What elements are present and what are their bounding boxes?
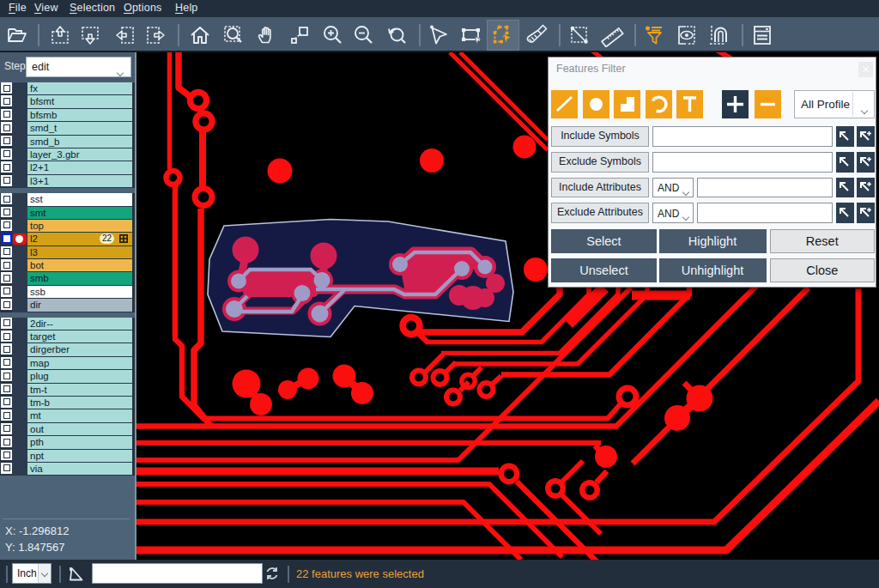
layer-checkbox[interactable] <box>1 207 12 219</box>
filter-lines-button[interactable] <box>551 90 578 118</box>
exclude-symbols-pick-add-button[interactable] <box>857 152 876 173</box>
include-symbols-pick-add-button[interactable] <box>857 126 876 147</box>
transform-button[interactable] <box>288 23 312 47</box>
include-symbols-pick-button[interactable] <box>836 126 855 147</box>
layer-row-smb[interactable]: smb <box>0 272 135 285</box>
features-filter-button[interactable] <box>643 23 667 47</box>
layer-row-pth[interactable]: pth <box>0 436 135 449</box>
layer-checkbox[interactable] <box>1 220 12 232</box>
layer-checkbox[interactable] <box>1 343 12 355</box>
unit-combobox[interactable]: Inch <box>12 563 52 584</box>
layer-row-tm-b[interactable]: tm-b <box>0 397 135 409</box>
include-attributes-pick-add-button[interactable] <box>857 178 876 198</box>
layer-checkbox[interactable] <box>1 370 12 382</box>
exclude-symbols-field[interactable] <box>652 152 833 173</box>
exclude-attributes-button[interactable]: Exclude Attributes <box>551 203 649 223</box>
polygon-select-button[interactable] <box>488 21 518 50</box>
include-attributes-operator-select[interactable]: AND <box>652 178 694 198</box>
menu-help[interactable]: Help <box>175 2 198 14</box>
include-attributes-button[interactable]: Include Attributes <box>551 178 649 198</box>
layer-checkbox[interactable] <box>1 259 12 271</box>
include-attributes-field[interactable] <box>697 178 833 198</box>
layer-checkbox[interactable] <box>1 175 12 187</box>
exclude-symbols-pick-button[interactable] <box>836 152 855 173</box>
layer-row-bfsmb[interactable]: bfsmb <box>0 109 135 122</box>
layer-row-smd_t[interactable]: smd_t <box>0 122 135 135</box>
layer-checkbox[interactable] <box>1 436 12 448</box>
layer-checkbox[interactable] <box>1 299 12 311</box>
layer-row-smt[interactable]: smt <box>0 207 135 220</box>
include-symbols-field[interactable] <box>652 126 833 147</box>
layer-checkbox[interactable] <box>1 423 12 435</box>
layer-checkbox[interactable] <box>1 318 12 330</box>
layer-checkbox[interactable] <box>1 463 12 475</box>
home-view-button[interactable] <box>188 23 212 47</box>
layer-checkbox[interactable] <box>1 246 12 258</box>
move-layer-left-button[interactable] <box>113 23 137 47</box>
ruler-button[interactable] <box>601 23 625 47</box>
layer-checkbox[interactable] <box>1 122 12 134</box>
layer-row-l2[interactable]: l222 <box>0 233 135 246</box>
copy-to-layer-up-button[interactable] <box>48 23 72 47</box>
menu-view[interactable]: View <box>34 2 58 14</box>
profile-combobox[interactable]: All Profile <box>794 90 875 118</box>
zoom-window-button[interactable] <box>221 23 246 47</box>
close-button[interactable]: Close <box>770 258 875 282</box>
menu-selection[interactable]: Selection <box>70 2 115 14</box>
layer-checkbox[interactable] <box>1 95 12 107</box>
move-layer-right-button[interactable] <box>143 23 167 47</box>
highlight-button[interactable]: Highlight <box>659 229 767 253</box>
unhighlight-button[interactable]: Unhighlight <box>659 258 767 282</box>
layer-row-top[interactable]: top <box>0 220 135 233</box>
layer-row-l3+1[interactable]: l3+1 <box>0 175 135 188</box>
layer-row-2dir--[interactable]: 2dir-- <box>0 318 135 330</box>
layer-checkbox[interactable] <box>1 384 12 396</box>
snap-button[interactable] <box>708 23 732 47</box>
layer-checkbox[interactable] <box>1 82 12 94</box>
report-button[interactable] <box>750 23 774 47</box>
layer-checkbox[interactable] <box>1 161 12 173</box>
layer-row-tm-t[interactable]: tm-t <box>0 384 135 397</box>
layer-row-map[interactable]: map <box>0 357 135 370</box>
layer-checkbox[interactable] <box>1 450 12 462</box>
layer-row-smd_b[interactable]: smd_b <box>0 136 135 149</box>
unselect-button[interactable]: Unselect <box>551 258 657 282</box>
rectangle-select-button[interactable] <box>459 23 483 47</box>
layer-row-l2+1[interactable]: l2+1 <box>0 161 135 174</box>
layer-row-sst[interactable]: sst <box>0 193 135 206</box>
include-attributes-pick-button[interactable] <box>836 178 855 198</box>
step-combobox[interactable]: edit <box>26 57 131 77</box>
grid-icon[interactable] <box>119 234 128 243</box>
layer-row-out[interactable]: out <box>0 423 135 436</box>
layer-row-fx[interactable]: fx <box>0 82 135 95</box>
layer-checkbox[interactable] <box>1 286 12 298</box>
layer-row-layer_3.gbr[interactable]: layer_3.gbr <box>0 149 135 161</box>
layer-row-dirgerber[interactable]: dirgerber <box>0 343 135 356</box>
command-input[interactable] <box>92 563 263 584</box>
layer-row-ssb[interactable]: ssb <box>0 286 135 299</box>
layer-checkbox[interactable] <box>1 397 12 409</box>
filter-text-button[interactable] <box>676 90 703 118</box>
layer-row-npt[interactable]: npt <box>0 450 135 463</box>
copy-to-layer-down-button[interactable] <box>78 23 102 47</box>
exclude-attributes-operator-select[interactable]: AND <box>652 203 694 223</box>
include-symbols-button[interactable]: Include Symbols <box>551 126 649 147</box>
select-cursor-button[interactable] <box>427 23 452 47</box>
layer-row-bfsmt[interactable]: bfsmt <box>0 95 135 108</box>
filter-surfaces-button[interactable] <box>614 90 640 118</box>
measure-distance-button[interactable] <box>567 23 591 47</box>
exclude-attributes-field[interactable] <box>697 203 833 223</box>
layer-checkbox[interactable] <box>1 272 12 284</box>
layer-row-mt[interactable]: mt <box>0 409 135 422</box>
open-file-button[interactable] <box>5 23 29 47</box>
layer-checkbox[interactable] <box>1 357 12 369</box>
layer-row-l3[interactable]: l3 <box>0 246 135 259</box>
layer-checkbox[interactable] <box>1 193 12 205</box>
zoom-previous-button[interactable] <box>385 23 409 47</box>
exclude-symbols-button[interactable]: Exclude Symbols <box>551 152 649 173</box>
layer-row-dir[interactable]: dir <box>0 299 135 312</box>
exclude-attributes-pick-button[interactable] <box>836 203 855 223</box>
layer-row-target[interactable]: target <box>0 330 135 343</box>
zoom-in-button[interactable] <box>320 23 344 47</box>
view-options-button[interactable] <box>675 23 699 47</box>
